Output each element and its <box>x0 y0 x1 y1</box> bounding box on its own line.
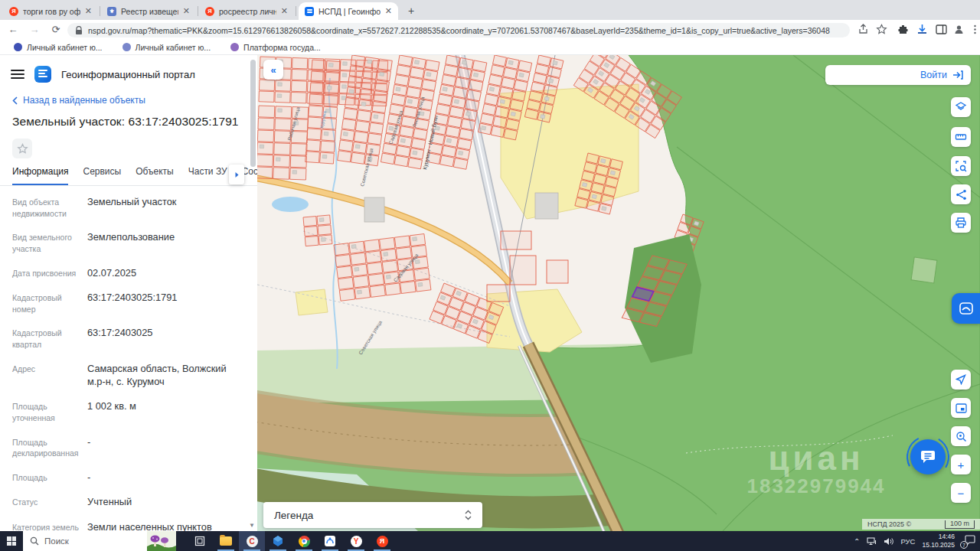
bookmark-item[interactable]: Личный кабинет ю... <box>14 43 103 52</box>
yandex-browser-icon: Y <box>351 536 362 547</box>
mini-map-button[interactable] <box>951 398 971 418</box>
volume-icon[interactable] <box>884 537 893 546</box>
forward-button[interactable]: → <box>28 23 41 37</box>
browser-tab-strip: Яторги гов ру официальный сай✕⚜Реестр из… <box>0 0 980 20</box>
share-map-button[interactable] <box>951 184 971 204</box>
emblem-icon: ⚜ <box>107 7 116 16</box>
side-panel-icon[interactable] <box>936 24 948 36</box>
search-highlight-image <box>147 531 176 551</box>
chat-icon <box>920 448 936 465</box>
collapse-panel-button[interactable]: « <box>263 60 283 80</box>
nspd-icon <box>305 7 314 16</box>
map-canvas[interactable]: Рабочая улица Советская улица Садовая ул… <box>257 55 980 531</box>
field-value: 63:17:2403025:1791 <box>87 291 245 315</box>
attribution-text: НСПД 2025 © <box>867 520 911 528</box>
white-app-button[interactable] <box>317 531 343 551</box>
legend-bar[interactable]: Легенда <box>263 502 482 528</box>
share-icon <box>956 189 967 201</box>
print-button[interactable] <box>951 213 971 233</box>
tab-close-icon[interactable]: ✕ <box>281 6 288 16</box>
network-icon[interactable] <box>867 537 877 546</box>
yandex-icon: Я <box>377 536 388 547</box>
field-label: Вид объекта недвижимости <box>12 195 87 219</box>
notification-center-button[interactable]: 7 <box>962 535 975 547</box>
bookmark-item[interactable]: Личный кабинет ю... <box>122 43 211 52</box>
search-on-map-button[interactable] <box>951 426 971 446</box>
hamburger-menu-icon[interactable] <box>11 70 24 79</box>
back-link[interactable]: Назад в найденные объекты <box>12 95 245 106</box>
login-icon <box>952 70 963 80</box>
reload-button[interactable]: ⟳ <box>49 23 63 37</box>
tab-close-icon[interactable]: ✕ <box>385 6 392 16</box>
legend-label: Легенда <box>274 510 313 521</box>
taskbar-search[interactable]: Поиск <box>23 531 176 551</box>
field-row: АдресСамарская область, Волжский м.р-н, … <box>12 356 245 394</box>
taskbar-clock[interactable]: 14:46 15.10.2025 <box>922 533 955 549</box>
tab-item[interactable]: Части ЗУ <box>188 166 227 185</box>
task-view-icon <box>194 535 206 547</box>
field-row: Площадь- <box>12 465 245 489</box>
login-bar[interactable]: Войти <box>825 65 971 85</box>
field-row: СтатусУчтенный <box>12 489 245 514</box>
search-icon <box>30 536 39 546</box>
back-button[interactable]: ← <box>6 23 20 37</box>
panorama-button[interactable] <box>952 293 980 324</box>
new-tab-button[interactable]: + <box>404 5 418 18</box>
windows-taskbar: Поиск C Y Я ⌃ РУС 14:46 15.10.2025 7 <box>0 531 980 551</box>
tab-close-icon[interactable]: ✕ <box>85 6 92 16</box>
tab-title: НСПД | Геоинформационный <box>318 7 381 16</box>
address-bar[interactable]: nspd.gov.ru/map?thematic=PKK&zoom=15.612… <box>67 23 850 37</box>
extensions-icon[interactable] <box>897 24 910 36</box>
field-label: Категория земель <box>12 520 87 531</box>
profile-avatar[interactable] <box>953 24 965 36</box>
task-view-button[interactable] <box>187 531 213 551</box>
download-icon[interactable] <box>916 24 929 36</box>
yandex-icon: Я <box>205 7 214 16</box>
bookmark-label: Личный кабинет ю... <box>27 43 103 52</box>
map-search-icon <box>956 431 967 442</box>
tab-title: росреестр личный кабинет — <box>219 7 276 16</box>
login-label: Войти <box>920 70 947 80</box>
tab-item[interactable]: Объекты <box>136 166 174 185</box>
app-icon: C <box>247 536 258 547</box>
tab-information[interactable]: Информация <box>12 166 68 185</box>
menu-dots-icon[interactable] <box>969 24 980 36</box>
field-row: Кадастровый номер63:17:2403025:1791 <box>12 285 245 320</box>
map-area[interactable]: Рабочая улица Советская улица Садовая ул… <box>257 55 980 531</box>
yandex-browser-button[interactable]: Y <box>343 531 369 551</box>
yandex-button[interactable]: Я <box>369 531 395 551</box>
url-text: nspd.gov.ru/map?thematic=PKK&zoom=15.612… <box>88 26 830 35</box>
favorite-star-button[interactable] <box>12 139 32 158</box>
support-chat-button[interactable] <box>910 439 946 474</box>
chrome-button[interactable] <box>291 531 317 551</box>
tab-close-icon[interactable]: ✕ <box>183 6 190 16</box>
browser-tab[interactable]: НСПД | Геоинформационный✕ <box>299 2 398 20</box>
field-row: Кадастровый квартал63:17:2403025 <box>12 320 245 355</box>
sidebar-scrollbar[interactable] <box>250 60 256 167</box>
browser-tab[interactable]: Яросреестр личный кабинет —✕ <box>199 2 294 20</box>
file-explorer-button[interactable] <box>213 531 239 551</box>
scroll-down-arrow[interactable]: ▼ <box>249 522 255 529</box>
bookmark-item[interactable]: Платформа госуда... <box>230 43 321 52</box>
layers-button[interactable] <box>951 97 971 117</box>
active-app-button[interactable]: C <box>239 531 265 551</box>
bookmark-favicon <box>230 43 239 51</box>
location-arrow-icon <box>956 374 966 385</box>
tray-expand-icon[interactable]: ⌃ <box>854 537 860 546</box>
tabs-overflow-button[interactable] <box>229 165 244 184</box>
zoom-in-button[interactable]: + <box>951 455 971 474</box>
bookmark-star-icon[interactable] <box>876 24 888 36</box>
measure-button[interactable] <box>951 127 971 147</box>
zoom-out-button[interactable]: − <box>951 483 971 503</box>
star-icon <box>17 143 28 155</box>
locate-me-button[interactable] <box>951 370 971 390</box>
area-search-button[interactable] <box>951 156 971 176</box>
share-icon[interactable] <box>858 24 870 36</box>
blue-app-button[interactable] <box>265 531 291 551</box>
browser-tab[interactable]: ⚜Реестр извещений✕ <box>101 2 196 20</box>
language-indicator[interactable]: РУС <box>900 537 915 546</box>
tab-item[interactable]: Сервисы <box>83 166 121 185</box>
field-value: 02.07.2025 <box>87 266 245 279</box>
browser-tab[interactable]: Яторги гов ру официальный сай✕ <box>3 2 98 20</box>
start-button[interactable] <box>0 531 23 551</box>
